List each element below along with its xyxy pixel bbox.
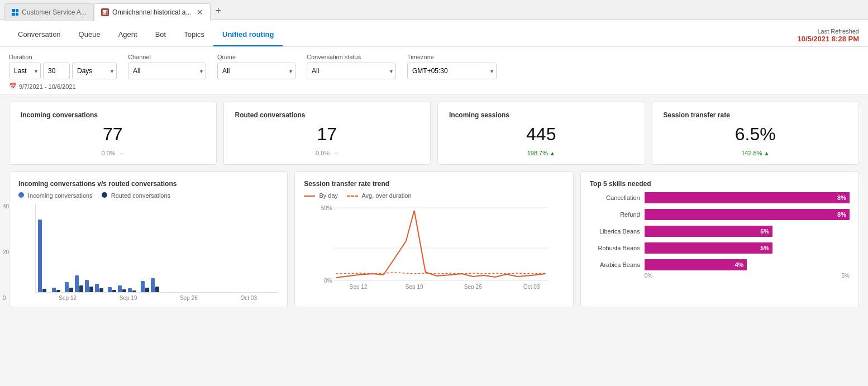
skill-pct-refund: 8%	[837, 211, 846, 218]
skills-chart-card: Top 5 skills needed Cancellation 8% Refu…	[580, 171, 859, 307]
filter-queue: Queue All	[217, 54, 295, 79]
kpi-incoming-sub: 0.0% --	[21, 150, 205, 156]
bar-chart-x-labels: Sep 12 Sep 19 Sep 26 Oct 03	[35, 295, 278, 301]
skill-bar-liberica: 5%	[645, 226, 773, 237]
bar-chart-wrapper: 40 20 0	[18, 203, 278, 301]
line-chart-wrapper: 50% 0% Sep 12 Sep 19 Sep 26 Oct 03	[304, 202, 564, 297]
skill-row-liberica: Liberica Beans 5%	[590, 226, 850, 237]
line-chart-card: Session transfer rate trend By day Avg. …	[294, 171, 573, 307]
tab-agent[interactable]: Agent	[109, 23, 146, 46]
duration-type-wrapper: Last	[9, 63, 41, 79]
kpi-routed-title: Routed conversations	[235, 111, 419, 119]
bar-chart-card: Incoming conversations v/s routed conver…	[9, 171, 288, 307]
duration-unit-wrapper: Days	[72, 63, 117, 79]
svg-text:50%: 50%	[321, 205, 332, 211]
skill-label-robusta: Robusta Beans	[590, 245, 640, 251]
legend-dot-incoming	[18, 192, 24, 198]
tab1-label: Customer Service A...	[22, 8, 87, 16]
timezone-select[interactable]: GMT+05:30	[407, 63, 497, 79]
bar-chart-y-labels: 40 20 0	[3, 203, 9, 301]
skill-bar-arabica: 4%	[645, 259, 747, 270]
skill-bar-area-liberica: 5%	[645, 226, 850, 237]
legend-incoming: Incoming conversations	[18, 192, 93, 199]
skill-row-arabica: Arabica Beans 4%	[590, 259, 850, 270]
skill-pct-liberica: 5%	[760, 228, 769, 235]
filter-timezone: Timezone GMT+05:30	[407, 54, 497, 79]
kpi-incoming-change2: --	[120, 150, 124, 156]
line-chart-legend: By day Avg. over duration	[304, 192, 564, 199]
bar-chart-title: Incoming conversations v/s routed conver…	[18, 180, 278, 188]
charts-row: Incoming conversations v/s routed conver…	[0, 171, 868, 316]
duration-unit-select[interactable]: Days	[72, 63, 117, 79]
queue-select[interactable]: All	[217, 63, 295, 79]
kpi-transfer-value: 6.5%	[664, 125, 848, 144]
close-icon[interactable]: ✕	[197, 8, 203, 17]
timezone-label: Timezone	[407, 54, 497, 60]
filters-bar: Duration Last Days Channel All	[0, 47, 868, 95]
tab-omnichannel[interactable]: 📊 Omnichannel historical a... ✕	[94, 3, 211, 21]
kpi-transfer-title: Session transfer rate	[664, 111, 848, 119]
kpi-incoming-title: Incoming conversations	[21, 111, 205, 119]
kpi-row: Incoming conversations 77 0.0% -- Routed…	[0, 95, 868, 171]
kpi-transfer-change-value: 142.8%	[741, 150, 762, 156]
skill-label-liberica: Liberica Beans	[590, 228, 640, 235]
skill-row-cancellation: Cancellation 8%	[590, 192, 850, 203]
kpi-sessions-change-value: 198.7%	[527, 150, 548, 156]
tab-conversation[interactable]: Conversation	[9, 23, 70, 46]
legend-routed: Routed conversations	[102, 192, 170, 199]
duration-type-select[interactable]: Last	[9, 63, 41, 79]
kpi-session-transfer: Session transfer rate 6.5% 142.8% ▲	[652, 102, 860, 165]
skill-pct-robusta: 5%	[760, 245, 769, 251]
line-chart-svg: 50% 0% Sep 12 Sep 19 Sep 26 Oct 03	[304, 202, 564, 289]
skill-bar-area-cancellation: 8%	[645, 192, 850, 203]
skill-bar-area-arabica: 4%	[645, 259, 850, 270]
kpi-incoming-value: 77	[21, 125, 205, 144]
tab-queue[interactable]: Queue	[70, 23, 109, 46]
conv-status-label: Conversation status	[307, 54, 396, 60]
skill-label-arabica: Arabica Beans	[590, 261, 640, 268]
filter-channel: Channel All	[128, 54, 206, 79]
calendar-icon: 📅	[9, 83, 17, 90]
tab-bot[interactable]: Bot	[146, 23, 175, 46]
skill-label-refund: Refund	[590, 211, 640, 218]
bar-chart-legend: Incoming conversations Routed conversati…	[18, 192, 278, 199]
kpi-routed-sub: 0.0% --	[235, 150, 419, 156]
conv-status-select[interactable]: All	[307, 63, 396, 79]
tab-unified-routing[interactable]: Unified routing	[213, 23, 283, 46]
grid-icon	[12, 9, 18, 16]
nav-tab-bar: Conversation Queue Agent Bot Topics Unif…	[0, 20, 868, 47]
kpi-routed-value: 17	[235, 125, 419, 144]
conv-status-select-wrapper: All	[307, 63, 396, 79]
kpi-transfer-sub: 142.8% ▲	[664, 150, 848, 156]
queue-select-wrapper: All	[217, 63, 295, 79]
filter-duration: Duration Last Days	[9, 54, 117, 79]
skill-bar-robusta: 5%	[645, 242, 773, 254]
skills-x-axis: 0% 5%	[590, 273, 850, 279]
skill-row-robusta: Robusta Beans 5%	[590, 242, 850, 254]
legend-line-dotted	[347, 196, 358, 197]
kpi-sessions-title: Incoming sessions	[449, 111, 633, 119]
svg-text:Oct 03: Oct 03	[523, 284, 540, 289]
skill-row-refund: Refund 8%	[590, 209, 850, 220]
filter-conversation-status: Conversation status All	[307, 54, 396, 79]
timezone-select-wrapper: GMT+05:30	[407, 63, 497, 79]
tab-topics[interactable]: Topics	[175, 23, 213, 46]
legend-by-day: By day	[304, 192, 338, 199]
line-chart-title: Session transfer rate trend	[304, 180, 564, 188]
skill-bar-area-robusta: 5%	[645, 242, 850, 254]
date-range-value: 9/7/2021 - 10/6/2021	[19, 83, 76, 90]
duration-number-input[interactable]	[43, 63, 70, 79]
last-refreshed-label: Last Refreshed	[797, 28, 859, 35]
arrow-up-icon-2: ▲	[764, 150, 769, 156]
new-tab-button[interactable]: +	[215, 5, 221, 17]
channel-select[interactable]: All	[128, 63, 206, 79]
skill-bar-cancellation: 8%	[645, 192, 850, 203]
kpi-incoming-change1: 0.0%	[102, 150, 116, 156]
tab-customer-service[interactable]: Customer Service A...	[4, 3, 94, 21]
tab2-label: Omnichannel historical a...	[112, 8, 191, 16]
svg-text:0%: 0%	[325, 278, 333, 284]
bar-chart-bars	[35, 203, 278, 293]
skill-label-cancellation: Cancellation	[590, 194, 640, 201]
kpi-sessions-sub: 198.7% ▲	[449, 150, 633, 156]
svg-text:Sep 19: Sep 19	[406, 284, 423, 289]
